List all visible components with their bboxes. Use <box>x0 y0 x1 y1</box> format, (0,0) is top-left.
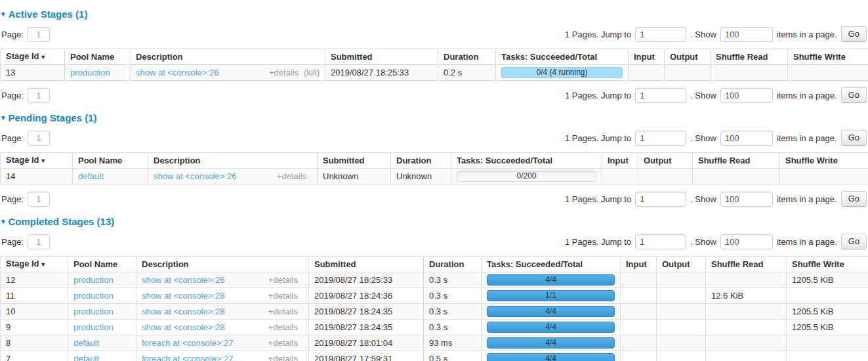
jump-to-page-input[interactable] <box>635 192 686 207</box>
page-number-input[interactable] <box>28 192 50 207</box>
pool-name-link[interactable]: production <box>73 322 114 332</box>
details-toggle[interactable]: +details <box>268 338 298 349</box>
section-title-text: Completed Stages (13) <box>9 216 115 227</box>
description-link[interactable]: foreach at <console>:27 <box>142 338 234 349</box>
col-submitted[interactable]: Submitted <box>318 153 391 169</box>
details-toggle[interactable]: +details <box>268 307 298 317</box>
jump-to-page-input[interactable] <box>635 27 686 42</box>
col-input[interactable]: Input <box>621 257 657 272</box>
items-per-page-input[interactable] <box>720 27 773 42</box>
description-link[interactable]: show at <console>:28 <box>142 322 224 333</box>
col-output[interactable]: Output <box>638 153 693 169</box>
col-input[interactable]: Input <box>629 49 665 65</box>
pool-name-link[interactable]: production <box>73 307 114 316</box>
description-cell: show at <console>:28 +details <box>136 288 309 304</box>
col-shuffle-write[interactable]: Shuffle Write <box>788 49 868 65</box>
items-per-page-input[interactable] <box>720 88 773 103</box>
details-toggle[interactable]: +details <box>277 171 306 182</box>
col-pool-name[interactable]: Pool Name <box>73 153 148 169</box>
col-pool-name[interactable]: Pool Name <box>65 49 131 65</box>
items-per-page-input[interactable] <box>720 234 773 249</box>
col-duration[interactable]: Duration <box>424 257 482 272</box>
pages-count-text: 1 Pages. Jump to <box>565 133 631 143</box>
shuffle-write-cell: 1205.5 KiB <box>787 320 868 335</box>
col-tasks[interactable]: Tasks: Succeeded/Total <box>451 153 602 169</box>
section-heading[interactable]: ▾ Completed Stages (13) <box>1 216 867 227</box>
col-stage-id[interactable]: Stage Id ▾ <box>1 153 73 169</box>
page-number-input[interactable] <box>28 234 50 249</box>
details-toggle[interactable]: +details <box>268 275 298 286</box>
stage-row: 10 production show at <console>:28 +deta… <box>1 304 868 320</box>
pool-name-link[interactable]: default <box>73 338 99 348</box>
details-toggle[interactable]: +details <box>268 354 298 361</box>
go-button[interactable]: Go <box>841 191 867 207</box>
items-per-page-input[interactable] <box>720 131 773 146</box>
shuffle-write-cell <box>787 351 868 361</box>
description-link[interactable]: show at <console>:26 <box>136 68 218 78</box>
jump-to-page-input[interactable] <box>635 131 686 146</box>
progress-label: 0/4 (4 running) <box>502 68 622 77</box>
col-tasks[interactable]: Tasks: Succeeded/Total <box>482 257 621 272</box>
description-link[interactable]: foreach at <console>:27 <box>142 354 234 361</box>
col-description[interactable]: Description <box>148 153 318 169</box>
col-input[interactable]: Input <box>602 153 638 169</box>
go-button[interactable]: Go <box>841 130 867 146</box>
description-link[interactable]: show at <console>:26 <box>154 171 236 182</box>
kill-link[interactable]: (kill) <box>304 68 320 78</box>
items-per-page-text: items in a page. <box>777 133 837 143</box>
col-submitted[interactable]: Submitted <box>325 49 438 65</box>
stage-id-cell: 12 <box>1 272 68 288</box>
page-number-input[interactable] <box>28 131 50 146</box>
section-heading[interactable]: ▾ Pending Stages (1) <box>1 112 867 123</box>
col-stage-id[interactable]: Stage Id ▾ <box>1 257 68 272</box>
col-shuffle-read[interactable]: Shuffle Read <box>711 49 788 65</box>
submitted-cell: 2019/08/27 18:24:36 <box>309 288 424 304</box>
output-cell <box>638 169 693 184</box>
shuffle-write-cell: 1205.5 KiB <box>787 272 868 288</box>
pool-name-link[interactable]: production <box>70 68 110 77</box>
col-pool-name[interactable]: Pool Name <box>68 257 136 272</box>
col-shuffle-read[interactable]: Shuffle Read <box>706 257 787 272</box>
col-shuffle-write[interactable]: Shuffle Write <box>787 257 868 272</box>
col-stage-id[interactable]: Stage Id ▾ <box>1 49 65 65</box>
col-description[interactable]: Description <box>131 49 325 65</box>
jump-to-page-input[interactable] <box>635 88 686 103</box>
pagination-row-top: Page: 1 Pages. Jump to . Show items in a… <box>1 129 867 146</box>
col-submitted[interactable]: Submitted <box>309 257 424 272</box>
pool-name-link[interactable]: production <box>73 291 114 301</box>
col-output[interactable]: Output <box>657 257 706 272</box>
pool-name-link[interactable]: default <box>78 171 104 181</box>
details-toggle[interactable]: +details <box>268 322 298 333</box>
description-link[interactable]: show at <console>:28 <box>142 307 224 317</box>
col-description[interactable]: Description <box>136 257 309 272</box>
details-toggle[interactable]: +details <box>269 68 299 78</box>
go-button[interactable]: Go <box>841 26 867 42</box>
pool-name-link[interactable]: production <box>73 275 114 285</box>
stage-id-cell: 8 <box>1 335 68 351</box>
details-toggle[interactable]: +details <box>268 291 298 301</box>
page-number-input[interactable] <box>28 88 50 103</box>
shuffle-read-cell: 12.6 KiB <box>706 288 787 304</box>
col-output[interactable]: Output <box>665 49 711 65</box>
jump-to-page-input[interactable] <box>635 234 686 249</box>
output-cell <box>657 304 706 320</box>
col-duration[interactable]: Duration <box>391 153 451 169</box>
description-link[interactable]: show at <console>:28 <box>142 291 224 301</box>
task-progress-bar: 4/4 <box>487 337 615 349</box>
duration-cell: 0.3 s <box>424 320 482 335</box>
shuffle-read-cell <box>693 169 780 184</box>
tasks-cell: 4/4 <box>482 320 621 335</box>
task-progress-bar: 4/4 <box>487 322 615 333</box>
col-duration[interactable]: Duration <box>438 49 496 65</box>
col-shuffle-write[interactable]: Shuffle Write <box>780 153 868 169</box>
col-shuffle-read[interactable]: Shuffle Read <box>693 153 780 169</box>
col-tasks[interactable]: Tasks: Succeeded/Total <box>496 49 629 65</box>
go-button[interactable]: Go <box>841 87 867 103</box>
pages-count-text: 1 Pages. Jump to <box>565 237 631 247</box>
items-per-page-input[interactable] <box>720 192 773 207</box>
description-link[interactable]: show at <console>:26 <box>142 275 224 286</box>
page-number-input[interactable] <box>28 27 50 42</box>
pool-name-link[interactable]: default <box>73 354 99 361</box>
section-heading[interactable]: ▾ Active Stages (1) <box>1 9 867 20</box>
go-button[interactable]: Go <box>841 234 867 249</box>
